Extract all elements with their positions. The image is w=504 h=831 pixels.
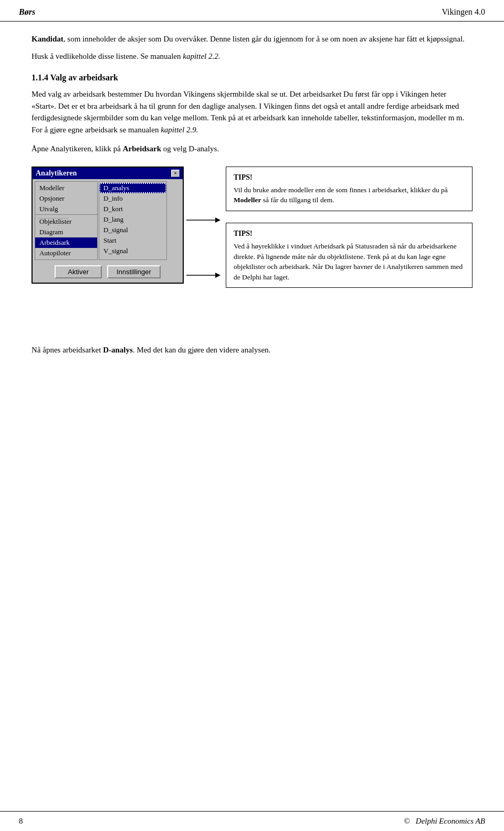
tips-1-body-pre: Vil du bruke andre modeller enn de som f…	[234, 186, 448, 194]
tips-1-bold: Modeller	[234, 196, 261, 204]
aktiver-button[interactable]: Aktiver	[55, 265, 102, 278]
footer-page-number: 8	[19, 817, 23, 826]
tips-2-body: Ved å høyreklikke i vinduet Arbeidsark p…	[234, 242, 463, 281]
footer-copyright: © Delphi Economics AB	[404, 817, 485, 826]
tips-1-label: TIPS!	[234, 172, 465, 183]
dialog-footer: Aktiver Innstillinger	[33, 262, 183, 283]
menu-item-diagram[interactable]: Diagram	[35, 227, 97, 237]
tips-box-1: TIPS! Vil du bruke andre modeller enn de…	[226, 167, 472, 211]
footer-copyright-text: Delphi Economics AB	[416, 817, 485, 825]
dialog-body: Modeller Opsjoner Utvalg ---------------…	[33, 179, 183, 262]
dialog-close-button[interactable]: ×	[171, 170, 180, 177]
closing-paragraph: Nå åpnes arbeidsarket D-analys. Med det …	[32, 344, 472, 356]
section-italic: kapittel 2.9.	[161, 126, 198, 134]
closing-bold: D-analys	[103, 346, 133, 354]
header-brand: Børs	[19, 7, 35, 17]
menu-item-autopiloter[interactable]: Autopiloter	[35, 248, 97, 258]
open-text-1: Åpne Analytikeren, klikk på	[32, 144, 123, 153]
submenu-item-v-signal[interactable]: V_signal	[99, 246, 166, 256]
svg-marker-3	[215, 273, 220, 278]
arrow-2	[186, 267, 223, 283]
closing-pre: Nå åpnes arbeidsarket	[32, 346, 103, 354]
tips-column: TIPS! Vil du bruke andre modeller enn de…	[226, 167, 472, 288]
menu-item-modeller[interactable]: Modeller	[35, 183, 97, 193]
arrow-1	[186, 212, 223, 228]
section-body: Med valg av arbeidsark bestemmer Du hvor…	[32, 88, 472, 136]
para1-rest: , som inneholder de aksjer som Du overvå…	[64, 35, 465, 43]
menu-item-utvalg[interactable]: Utvalg	[35, 204, 97, 214]
closing-post: . Med det kan du gjøre den videre analys…	[133, 346, 270, 354]
dialog-title: Analytikeren	[36, 169, 77, 178]
para2-text: Husk å vedlikeholde disse listene. Se ma…	[32, 52, 183, 60]
main-content: Kandidat, som inneholder de aksjer som D…	[0, 22, 504, 377]
menu-item-objektlister[interactable]: Objektlister	[35, 216, 97, 227]
submenu-item-d-info[interactable]: D_info	[99, 193, 166, 204]
section-heading: 1.1.4 Valg av arbeidsark	[32, 71, 472, 84]
submenu-item-d-lang[interactable]: D_lang	[99, 214, 166, 225]
submenu-item-d-signal[interactable]: D_signal	[99, 225, 166, 235]
open-instruction: Åpne Analytikeren, klikk på Arbeidsark o…	[32, 143, 472, 155]
menu-item-opsjoner[interactable]: Opsjoner	[35, 193, 97, 204]
page-footer: 8 © Delphi Economics AB	[0, 811, 504, 831]
submenu-item-start[interactable]: Start	[99, 235, 166, 246]
paragraph-1: Kandidat, som inneholder de aksjer som D…	[32, 33, 472, 45]
submenu-item-d-analys[interactable]: D_analys	[99, 183, 166, 193]
dialog-titlebar: Analytikeren ×	[33, 168, 183, 179]
svg-marker-1	[215, 217, 220, 223]
dialog-area: Analytikeren × Modeller Opsjoner Utvalg …	[32, 167, 472, 335]
open-text-bold: Arbeidsark	[123, 144, 161, 153]
section-title: Valg av arbeidsark	[50, 73, 118, 82]
sub-menu-list: D_analys D_info D_kort D_lang D_signal S…	[99, 181, 167, 260]
menu-item-arbeidsark[interactable]: Arbeidsark	[35, 237, 97, 248]
tips-2-label: TIPS!	[234, 228, 465, 239]
tips-1-body-post: så får du tillgang til dem.	[261, 196, 334, 204]
para2-italic: kapittel 2.2.	[183, 52, 220, 60]
paragraph-2: Husk å vedlikeholde disse listene. Se ma…	[32, 50, 472, 63]
tips-box-2: TIPS! Ved å høyreklikke i vinduet Arbeid…	[226, 223, 472, 288]
section-number: 1.1.4	[32, 73, 48, 82]
open-text-2: og velg D-analys.	[161, 144, 219, 153]
para1-bold: Kandidat	[32, 35, 64, 43]
innstillinger-button[interactable]: Innstillinger	[107, 265, 161, 278]
analytikeren-dialog[interactable]: Analytikeren × Modeller Opsjoner Utvalg …	[32, 167, 184, 284]
page-header: Børs Vikingen 4.0	[0, 0, 504, 22]
main-menu-list: Modeller Opsjoner Utvalg ---------------…	[35, 181, 98, 260]
submenu-item-d-kort[interactable]: D_kort	[99, 204, 166, 214]
header-title: Vikingen 4.0	[442, 7, 485, 17]
